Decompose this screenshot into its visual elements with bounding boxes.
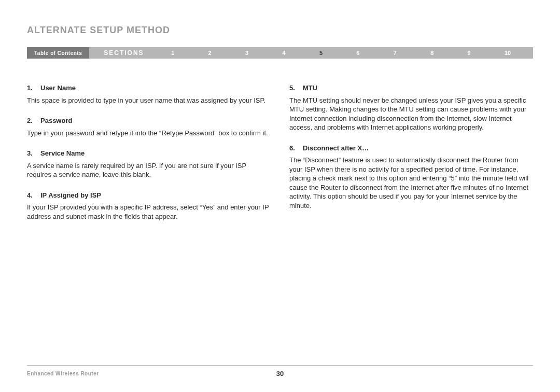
section-link-7[interactable]: 7 (389, 50, 401, 56)
toc-link[interactable]: Table of Contents (27, 47, 89, 59)
left-column: 1.User Name This space is provided to ty… (27, 83, 271, 232)
sections-label: SECTIONS (89, 47, 154, 59)
section-link-5[interactable]: 5 (315, 50, 327, 56)
item-heading: Disconnect after X… (303, 144, 369, 152)
item-user-name: 1.User Name This space is provided to ty… (27, 83, 271, 105)
section-nav: Table of Contents SECTIONS 1 2 3 4 5 6 7… (27, 47, 533, 59)
item-heading: IP Assigned by ISP (40, 191, 101, 199)
item-number: 2. (27, 116, 40, 125)
item-body: A service name is rarely required by an … (27, 161, 271, 179)
section-link-9[interactable]: 9 (464, 50, 475, 56)
section-link-1[interactable]: 1 (167, 50, 178, 56)
item-body: If your ISP provided you with a specific… (27, 203, 271, 221)
item-service-name: 3.Service Name A service name is rarely … (27, 149, 271, 179)
item-disconnect: 6.Disconnect after X… The “Disconnect” f… (289, 144, 533, 211)
item-heading: MTU (303, 84, 317, 92)
item-mtu: 5.MTU The MTU setting should never be ch… (289, 83, 533, 132)
item-heading: Password (40, 117, 72, 124)
content-columns: 1.User Name This space is provided to ty… (27, 83, 533, 232)
item-number: 6. (289, 144, 303, 153)
page-title: ALTERNATE SETUP METHOD (27, 25, 533, 36)
right-column: 5.MTU The MTU setting should never be ch… (289, 83, 533, 232)
section-link-8[interactable]: 8 (426, 50, 438, 56)
item-number: 4. (27, 191, 40, 200)
section-link-6[interactable]: 6 (352, 50, 363, 56)
item-number: 5. (289, 83, 303, 93)
item-body: The MTU setting should never be changed … (289, 96, 533, 132)
item-heading: Service Name (40, 149, 85, 157)
item-password: 2.Password Type in your password and ret… (27, 116, 271, 137)
page-footer: Enhanced Wireless Router 30 (27, 365, 533, 376)
section-numbers: 1 2 3 4 5 6 7 8 9 10 (155, 47, 533, 59)
item-number: 3. (27, 149, 40, 158)
item-body: The “Disconnect” feature is used to auto… (289, 156, 533, 210)
section-link-4[interactable]: 4 (278, 50, 289, 56)
item-ip-assigned: 4.IP Assigned by ISP If your ISP provide… (27, 191, 271, 221)
section-link-3[interactable]: 3 (241, 50, 253, 56)
item-heading: User Name (40, 84, 76, 92)
item-body: Type in your password and retype it into… (27, 129, 271, 138)
page-number: 30 (27, 370, 533, 377)
item-body: This space is provided to type in your u… (27, 96, 271, 105)
section-link-2[interactable]: 2 (204, 50, 216, 56)
section-link-10[interactable]: 10 (500, 50, 515, 56)
item-number: 1. (27, 83, 40, 93)
